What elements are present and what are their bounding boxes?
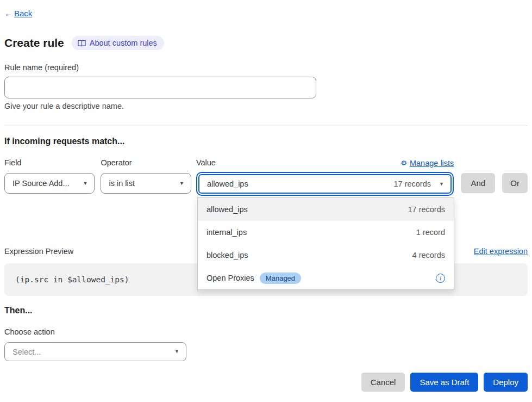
expression-preview-label: Expression Preview — [4, 247, 73, 256]
match-section-heading: If incoming requests match... — [4, 137, 528, 147]
value-records-count: 17 records — [393, 180, 431, 188]
field-select[interactable]: IP Source Add... ▼ — [4, 173, 95, 194]
back-arrow-icon: ← — [4, 9, 12, 18]
then-section-heading: Then... — [4, 306, 528, 316]
or-button[interactable]: Or — [502, 173, 528, 193]
list-item-blocked-ips[interactable]: blocked_ips 4 records — [198, 244, 454, 267]
section-divider — [4, 126, 528, 126]
deploy-button[interactable]: Deploy — [484, 373, 528, 392]
create-rule-page: ←Back Create rule About custom rules Rul… — [0, 0, 532, 392]
list-item-name: Open Proxies — [206, 274, 254, 282]
back-label: Back — [14, 9, 32, 18]
operator-label: Operator — [101, 158, 191, 168]
list-item-records: 17 records — [408, 205, 445, 214]
and-button[interactable]: And — [461, 173, 495, 193]
field-label: Field — [4, 158, 95, 168]
back-link[interactable]: ←Back — [4, 9, 32, 18]
condition-row: Field IP Source Add... ▼ Operator is in … — [4, 158, 528, 194]
chevron-down-icon: ▼ — [439, 182, 444, 187]
manage-lists-link[interactable]: ⚙Manage lists — [400, 159, 454, 168]
list-item-allowed-ips[interactable]: allowed_ips 17 records — [198, 198, 454, 221]
list-dropdown-panel: allowed_ips 17 records internal_ips 1 re… — [197, 197, 454, 290]
list-item-records: 4 records — [412, 251, 445, 259]
info-icon[interactable]: i — [436, 274, 445, 283]
rule-name-label: Rule name (required) — [4, 63, 528, 72]
chevron-down-icon: ▼ — [83, 181, 88, 186]
gear-icon: ⚙ — [400, 159, 407, 167]
field-select-value: IP Source Add... — [12, 179, 70, 188]
action-select-placeholder: Select... — [12, 348, 41, 356]
value-selected: allowed_ips — [207, 180, 248, 188]
chevron-down-icon: ▼ — [174, 349, 179, 354]
cancel-button[interactable]: Cancel — [361, 373, 405, 392]
rule-name-helper: Give your rule a descriptive name. — [4, 102, 528, 111]
list-item-name: allowed_ips — [206, 205, 248, 214]
expression-code: (ip.src in $allowed_ips) — [15, 275, 129, 284]
edit-expression-link[interactable]: Edit expression — [474, 247, 528, 256]
about-badge-label: About custom rules — [90, 39, 157, 47]
save-as-draft-button[interactable]: Save as Draft — [410, 373, 478, 392]
page-title: Create rule — [4, 36, 64, 50]
action-select[interactable]: Select... ▼ — [4, 342, 186, 361]
book-icon — [78, 40, 86, 47]
list-item-records: 1 record — [416, 228, 445, 237]
chevron-down-icon: ▼ — [179, 181, 184, 186]
managed-badge: Managed — [260, 273, 301, 284]
operator-select-value: is in list — [109, 179, 135, 188]
list-item-name: internal_ips — [206, 228, 247, 237]
choose-action-label: Choose action — [4, 327, 528, 337]
manage-lists-label: Manage lists — [410, 159, 454, 168]
about-custom-rules-link[interactable]: About custom rules — [72, 36, 164, 50]
value-label: Value — [196, 158, 216, 168]
list-item-name: blocked_ips — [206, 251, 248, 259]
list-item-internal-ips[interactable]: internal_ips 1 record — [198, 221, 454, 244]
rule-name-input[interactable] — [4, 77, 316, 98]
operator-select[interactable]: is in list ▼ — [101, 173, 191, 194]
list-item-open-proxies[interactable]: Open Proxies Managed i — [198, 267, 454, 289]
value-combobox[interactable]: allowed_ips 17 records ▼ — [198, 174, 452, 194]
